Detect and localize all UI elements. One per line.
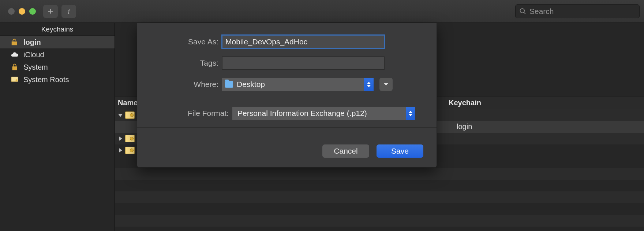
certificate-root-icon — [10, 75, 19, 84]
locked-padlock-icon — [10, 63, 19, 72]
chevron-down-icon — [383, 82, 389, 86]
window-minimize-button[interactable] — [19, 8, 25, 15]
keychain-item-label: login — [23, 38, 41, 47]
tags-input[interactable] — [222, 56, 385, 70]
tags-label: Tags: — [137, 59, 222, 67]
keychain-item-system-roots[interactable]: System Roots — [0, 73, 115, 86]
certificate-icon — [125, 135, 135, 142]
cloud-icon — [10, 50, 19, 59]
keychain-item-login[interactable]: login — [0, 36, 115, 48]
divider — [137, 127, 437, 128]
keychain-item-icloud[interactable]: iCloud — [0, 48, 115, 61]
keychain-item-label: iCloud — [23, 51, 44, 59]
svg-rect-2 — [11, 77, 18, 82]
save-as-input[interactable] — [222, 35, 385, 48]
svg-line-1 — [524, 12, 526, 14]
where-label: Where: — [137, 80, 222, 89]
file-format-value: Personal Information Exchange (.p12) — [237, 109, 367, 118]
save-button[interactable]: Save — [377, 144, 423, 158]
svg-point-3 — [16, 79, 18, 81]
folder-icon — [225, 81, 233, 88]
window-zoom-button[interactable] — [29, 8, 36, 15]
window-close-button[interactable] — [8, 8, 15, 15]
where-select[interactable]: Desktop — [222, 78, 364, 91]
certificate-icon — [125, 147, 135, 154]
save-dialog: Save As: Tags: Where: Desktop File Forma… — [137, 23, 437, 168]
file-format-stepper[interactable] — [406, 107, 415, 120]
disclosure-triangle-icon[interactable] — [117, 135, 124, 142]
certificate-icon — [125, 111, 135, 119]
file-format-select[interactable]: Personal Information Exchange (.p12) — [232, 107, 415, 120]
add-button[interactable]: + — [43, 5, 58, 18]
search-placeholder: Search — [529, 7, 554, 16]
info-button[interactable]: i — [61, 5, 76, 18]
search-field[interactable]: Search — [515, 4, 640, 18]
where-stepper[interactable] — [364, 78, 374, 91]
disclosure-triangle-icon[interactable] — [117, 112, 124, 118]
unlocked-padlock-icon — [10, 38, 19, 47]
titlebar: + i Search — [0, 0, 644, 23]
divider — [137, 100, 437, 100]
keychain-item-system[interactable]: System — [0, 61, 115, 73]
keychain-item-label: System — [23, 63, 48, 72]
file-format-label: File Format: — [137, 109, 232, 118]
column-header-keychain[interactable]: Keychain — [444, 96, 644, 109]
window-traffic-lights — [8, 8, 36, 15]
expand-save-dialog-button[interactable] — [379, 78, 393, 91]
search-icon — [519, 8, 527, 15]
row-keychain: login — [457, 122, 472, 131]
save-as-label: Save As: — [137, 37, 222, 46]
keychain-item-label: System Roots — [23, 76, 69, 84]
cancel-button[interactable]: Cancel — [322, 144, 369, 158]
disclosure-triangle-icon[interactable] — [117, 147, 124, 154]
svg-point-0 — [520, 8, 525, 13]
where-value: Desktop — [237, 80, 265, 89]
sidebar-header: Keychains — [0, 23, 115, 36]
keychains-sidebar: Keychains login iCloud System System Roo… — [0, 23, 115, 231]
